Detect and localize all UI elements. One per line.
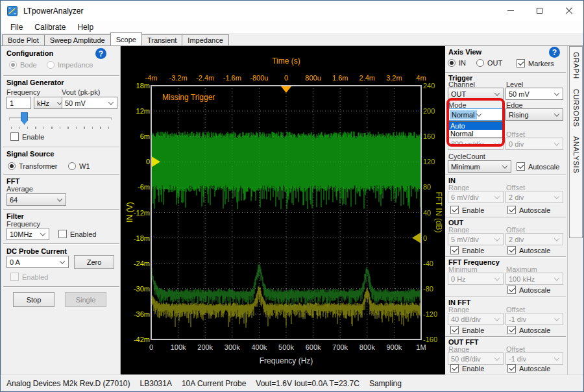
chevron-down-icon	[554, 236, 559, 241]
generator-enable-checkbox[interactable]: Enable	[10, 132, 44, 141]
axis-view-out-radio[interactable]: OUT	[476, 59, 502, 67]
radio-dot	[476, 59, 484, 67]
status-probe-desc: 10A Current Probe	[182, 379, 246, 388]
single-button: Single	[65, 292, 106, 307]
tab-impedance[interactable]: Impedance	[182, 34, 228, 45]
mode-option-auto[interactable]: Auto	[448, 122, 503, 130]
minimize-button[interactable]	[496, 1, 525, 21]
checkbox-box	[507, 206, 516, 214]
bode-radio[interactable]: Bode	[9, 61, 37, 69]
markers-checkbox[interactable]: Markers	[517, 59, 554, 67]
checkbox-box	[450, 246, 459, 254]
separator	[445, 175, 566, 175]
separator	[3, 75, 119, 76]
status-state: Sampling	[369, 379, 402, 388]
trigger-marker	[281, 86, 291, 93]
frequency-input[interactable]: 1	[6, 97, 31, 109]
tab-strip: Bode Plot Sweep Amplitude Scope Transien…	[1, 33, 583, 46]
in-enable-checkbox[interactable]: Enable	[450, 206, 484, 214]
checkbox-box	[58, 230, 67, 238]
radio-dot	[47, 61, 55, 69]
side-tab-graph[interactable]: GRAPH	[572, 52, 580, 79]
chevron-down-icon	[554, 90, 559, 95]
side-tab-strip: GRAPH CURSORS ANALYSIS	[567, 46, 584, 374]
tab-transient[interactable]: Transient	[141, 34, 182, 45]
left-control-panel: Configuration ? Bode Impedance Signal Ge…	[1, 46, 121, 374]
mode-option-normal[interactable]: Normal	[448, 130, 503, 138]
trigger-channel-dropdown[interactable]: OUT	[448, 88, 504, 100]
dc-probe-current-dropdown[interactable]: 0 A	[6, 256, 69, 268]
vout-dropdown[interactable]: 50 mV	[62, 97, 117, 109]
checkbox-box	[517, 59, 525, 67]
tab-scope[interactable]: Scope	[110, 32, 142, 45]
average-label: Average	[6, 185, 33, 193]
filter-enabled-checkbox[interactable]: Enabled	[58, 230, 96, 238]
stop-button[interactable]: Stop	[13, 292, 55, 307]
trigger-autoscale-checkbox[interactable]: Autoscale	[517, 162, 559, 171]
tab-bode-plot[interactable]: Bode Plot	[2, 34, 45, 45]
menu-help[interactable]: Help	[71, 21, 99, 33]
axis-view-in-radio[interactable]: IN	[448, 59, 466, 67]
in-autoscale-checkbox[interactable]: Autoscale	[507, 206, 550, 214]
radio-dot	[448, 59, 456, 67]
maximize-button[interactable]	[525, 1, 554, 21]
out-enable-checkbox[interactable]: Enable	[450, 246, 484, 254]
in-fft-autoscale-checkbox[interactable]: Autoscale	[507, 326, 550, 334]
configuration-title: Configuration	[6, 49, 53, 57]
window-title: LTpowerAnalyzer	[23, 6, 83, 16]
out-fft-autoscale-checkbox[interactable]: Autoscale	[507, 364, 550, 373]
fft-axis-title: FFT IN (dB)	[434, 191, 443, 232]
radio-dot	[9, 61, 17, 69]
fft-average-dropdown[interactable]: 64	[6, 193, 66, 206]
tab-sweep-amplitude[interactable]: Sweep Amplitude	[44, 34, 111, 45]
separator	[3, 286, 119, 287]
scope-plot-area[interactable]: Time (s) Frequency (Hz) IN (V) FFT IN (d…	[121, 46, 445, 374]
filter-frequency-dropdown[interactable]: 10MHz	[6, 228, 49, 240]
menu-calibrate[interactable]: Calibrate	[29, 21, 71, 33]
separator	[445, 217, 566, 217]
separator	[445, 297, 566, 297]
fft-level-marker	[412, 233, 420, 243]
minimize-icon	[507, 10, 514, 11]
time-axis-title: Time (s)	[151, 56, 421, 66]
in-fft-enable-checkbox[interactable]: Enable	[450, 326, 484, 334]
zero-button[interactable]: Zero	[74, 255, 114, 269]
transformer-radio[interactable]: Transformer	[8, 162, 58, 170]
out-fft-enable-checkbox[interactable]: Enable	[450, 364, 484, 373]
right-control-panel: Axis View ? IN OUT Markers Trigger Chann…	[445, 46, 567, 374]
cyclecount-dropdown[interactable]: Minimum	[448, 160, 511, 173]
trigger-edge-dropdown[interactable]: Rising	[505, 108, 563, 121]
chevron-down-icon	[554, 275, 559, 280]
w1-radio[interactable]: W1	[68, 162, 90, 170]
cyclecount-label: CycleCount	[448, 153, 485, 160]
close-button[interactable]	[554, 1, 583, 21]
close-icon	[565, 7, 573, 15]
frequency-slider-thumb[interactable]	[21, 112, 28, 125]
impedance-radio[interactable]: Impedance	[47, 61, 93, 69]
fft-frequency-autoscale-checkbox[interactable]: Autoscale	[507, 286, 550, 294]
chevron-down-icon	[554, 355, 559, 360]
in-range-dropdown: 6 mV/div	[448, 191, 504, 203]
trigger-mode-dropdown[interactable]: Normal	[448, 108, 504, 121]
out-autoscale-checkbox[interactable]: Autoscale	[507, 246, 550, 254]
menu-file[interactable]: File	[5, 21, 29, 33]
checkbox-box	[507, 286, 516, 294]
help-icon[interactable]: ?	[95, 48, 106, 59]
help-icon[interactable]: ?	[549, 47, 560, 58]
side-tab-box: GRAPH CURSORS ANALYSIS	[569, 46, 583, 238]
maximize-icon	[537, 8, 542, 14]
side-tab-cursors[interactable]: CURSORS	[572, 89, 580, 127]
chevron-down-icon	[60, 258, 65, 263]
chevron-down-icon	[494, 140, 500, 145]
app-icon	[7, 6, 18, 16]
missing-trigger-label: Missing Trigger	[162, 93, 215, 102]
dc-probe-enabled-checkbox: Enabled	[10, 273, 48, 281]
filter-title: Filter	[6, 212, 24, 220]
trigger-level-dropdown[interactable]: 50 mV	[505, 88, 563, 100]
checkbox-box	[10, 132, 19, 141]
chevron-down-icon	[108, 99, 114, 104]
chevron-down-icon	[554, 140, 559, 145]
chevron-down-icon	[494, 275, 500, 280]
side-tab-analysis[interactable]: ANALYSIS	[572, 136, 580, 173]
out-offset-dropdown: 2 div	[505, 233, 563, 245]
